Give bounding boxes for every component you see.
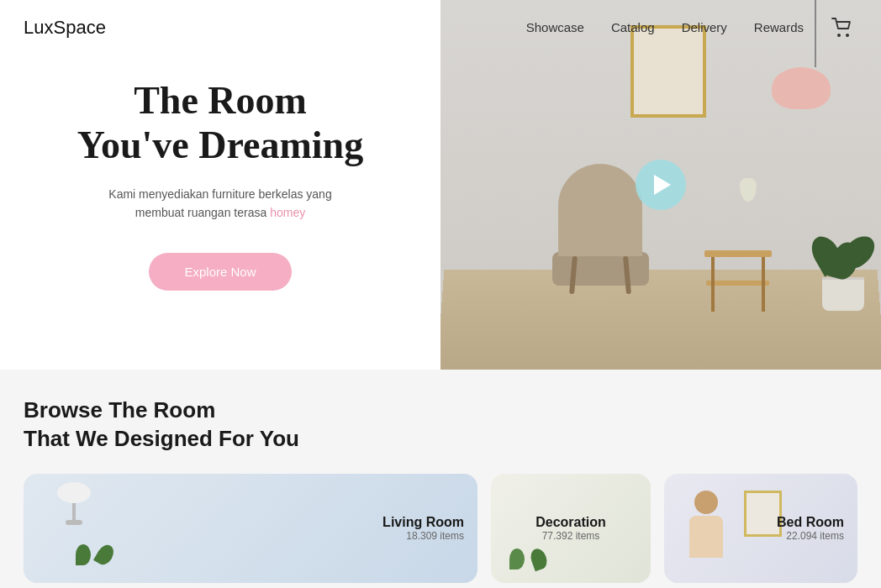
browse-section: Browse The Room That We Designed For You… <box>0 370 881 588</box>
small-leaf-1 <box>76 544 91 565</box>
chair-back <box>558 164 642 256</box>
table-leg-left <box>711 257 715 312</box>
room-card-bedroom[interactable]: Bed Room 22.094 items <box>664 474 857 583</box>
decoration-label: Decoration 77.392 items <box>535 515 606 542</box>
side-table <box>704 250 772 286</box>
plant <box>822 277 864 311</box>
living-room-label: Living Room 18.309 items <box>382 515 464 542</box>
svg-point-0 <box>837 34 841 37</box>
navigation: Showcase Catalog Delivery Rewards <box>444 0 881 54</box>
chair-seat <box>552 252 649 286</box>
subtitle-highlight: homey <box>270 206 305 219</box>
small-leaf-2 <box>93 542 117 568</box>
hero-subtitle: Kami menyediakan furniture berkelas yang… <box>108 185 331 223</box>
hero-image <box>440 0 881 370</box>
nav-showcase[interactable]: Showcase <box>526 20 584 34</box>
deco-leaf-2 <box>528 546 549 571</box>
nav-catalog[interactable]: Catalog <box>611 20 655 34</box>
logo-space: Space <box>53 17 105 38</box>
browse-title: Browse The Room That We Designed For You <box>24 396 857 454</box>
play-button[interactable] <box>636 160 686 210</box>
hero-title: The Room You've Dreaming <box>77 79 363 168</box>
card-lamp-decoration <box>57 482 91 528</box>
nav-rewards[interactable]: Rewards <box>754 20 804 34</box>
pendant-shade <box>772 67 831 109</box>
hero-left: The Room You've Dreaming Kami menyediaka… <box>0 0 440 370</box>
svg-point-1 <box>846 34 849 37</box>
card-person <box>681 491 731 583</box>
table-top <box>704 250 772 257</box>
hero-section: The Room You've Dreaming Kami menyediaka… <box>0 0 881 370</box>
logo[interactable]: LuxSpace <box>24 17 106 39</box>
explore-button[interactable]: Explore Now <box>149 253 291 291</box>
lamp-shade <box>57 482 91 503</box>
room-cards: Living Room 18.309 items Decoration 77.3… <box>24 474 857 583</box>
card-plant-small <box>74 543 114 570</box>
lamp-base <box>66 520 82 525</box>
play-icon <box>654 175 671 195</box>
room-scene <box>440 0 881 370</box>
table-shelf <box>706 281 769 286</box>
person-body <box>689 516 723 558</box>
lamp-stem <box>72 503 76 520</box>
cart-icon[interactable] <box>831 15 854 39</box>
plant-leaves <box>814 235 873 286</box>
deco-leaf-1 <box>509 549 525 570</box>
bedroom-label: Bed Room 22.094 items <box>777 515 844 542</box>
logo-lux: Lux <box>24 17 53 38</box>
table-leg-right <box>762 257 765 312</box>
person-head <box>694 491 718 514</box>
room-card-living[interactable]: Living Room 18.309 items <box>24 474 477 583</box>
deco-plant <box>508 547 548 575</box>
nav-delivery[interactable]: Delivery <box>682 20 727 34</box>
room-card-decoration[interactable]: Decoration 77.392 items <box>491 474 651 583</box>
